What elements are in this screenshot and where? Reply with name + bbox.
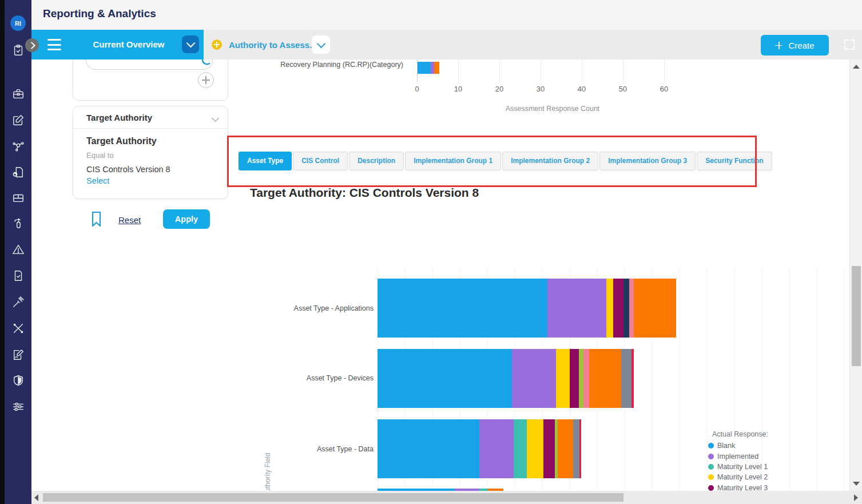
- bar-segment-blank[interactable]: [378, 419, 479, 478]
- chevron-right-icon: [28, 42, 35, 49]
- bar-segment-maturity-level-2[interactable]: [606, 279, 613, 338]
- scroll-right-arrow[interactable]: [854, 494, 858, 501]
- briefcase-icon[interactable]: [11, 87, 25, 100]
- bar-segment-blank[interactable]: [378, 279, 547, 338]
- tab-implementation-group-3[interactable]: Implementation Group 3: [599, 152, 696, 170]
- workspace-tab[interactable]: Authority to Assess...: [229, 40, 317, 50]
- bar-segment-maturity-level-3[interactable]: [570, 349, 579, 408]
- x-axis-label: Assessment Response Count: [418, 105, 687, 113]
- mini-chart-category-label: Recovery Planning (RC.RP)(Category): [232, 61, 403, 69]
- bar-segment-maturity-level-2[interactable]: [527, 419, 543, 478]
- horizontal-scrollbar-thumb[interactable]: [43, 493, 623, 502]
- gridline: [458, 59, 459, 82]
- edit-icon[interactable]: [11, 113, 25, 126]
- bar-segment-unlabeled-pink[interactable]: [583, 349, 589, 408]
- filter-card-title: Target Authority: [86, 113, 152, 122]
- storage-box-icon[interactable]: [11, 191, 25, 204]
- dashboard-dropdown-button[interactable]: [182, 35, 199, 53]
- bar-segment-unlabeled-navy[interactable]: [623, 279, 629, 338]
- legend-item[interactable]: Maturity Level 2: [708, 473, 768, 481]
- bar-segment-unlabeled-red[interactable]: [579, 419, 581, 478]
- bar-segment-unlabeled-orange[interactable]: [558, 419, 573, 478]
- tab-asset-type[interactable]: Asset Type: [239, 152, 292, 170]
- create-button-label: Create: [788, 41, 814, 50]
- filter-value: CIS Controls Version 8: [86, 165, 170, 174]
- scroll-up-arrow[interactable]: [853, 65, 860, 69]
- crossed-tools-icon[interactable]: [11, 322, 25, 335]
- select-link[interactable]: Select: [86, 176, 109, 185]
- legend-dot: [708, 443, 714, 449]
- bar-segment-implemented[interactable]: [547, 279, 606, 338]
- fire-extinguisher-icon[interactable]: [11, 217, 25, 230]
- reset-button[interactable]: Reset: [118, 215, 141, 225]
- bar-segment-unlabeled-gray[interactable]: [621, 349, 631, 408]
- dashboard-selector-label: Current Overview: [54, 39, 203, 49]
- vertical-scrollbar[interactable]: [849, 59, 862, 491]
- bar-segment-maturity-level-2[interactable]: [556, 349, 570, 408]
- x-tick: 40: [578, 85, 586, 93]
- bar-segment-blank[interactable]: [418, 62, 431, 74]
- document-edit-icon[interactable]: [11, 348, 25, 361]
- bar-segment-unlabeled-orange[interactable]: [634, 279, 676, 338]
- gridline: [789, 269, 790, 491]
- gridline: [680, 269, 680, 491]
- network-icon[interactable]: [11, 139, 25, 152]
- gridline: [817, 269, 817, 491]
- bar-segment-unlabeled-orange[interactable]: [434, 62, 439, 74]
- create-button[interactable]: Create: [761, 35, 829, 55]
- tab-security-function[interactable]: Security Function: [697, 152, 772, 170]
- legend-item[interactable]: Maturity Level 3: [708, 483, 768, 491]
- x-tick: 60: [660, 85, 668, 93]
- warning-triangle-icon[interactable]: [11, 243, 25, 256]
- document-sync-icon[interactable]: [11, 165, 25, 178]
- filter-field-label: Target Authority: [86, 136, 157, 146]
- apply-button[interactable]: Apply: [163, 209, 210, 229]
- tab-implementation-group-1[interactable]: Implementation Group 1: [405, 152, 501, 170]
- clipboard-check-icon[interactable]: [11, 43, 25, 57]
- legend-item[interactable]: Blank: [708, 441, 735, 450]
- tab-implementation-group-2[interactable]: Implementation Group 2: [502, 152, 598, 170]
- bar-segment-unlabeled-orange[interactable]: [589, 349, 621, 408]
- bar-segment-maturity-level-1[interactable]: [514, 419, 527, 478]
- bar-segment-unlabeled-gray[interactable]: [573, 419, 579, 478]
- dashboard-selector[interactable]: Current Overview: [31, 30, 204, 59]
- scroll-down-arrow[interactable]: [853, 482, 860, 486]
- horizontal-scrollbar[interactable]: [31, 491, 862, 504]
- vertical-scrollbar-thumb[interactable]: [852, 266, 861, 366]
- bar-segment-unlabeled-red[interactable]: [631, 349, 634, 408]
- tab-cis-control[interactable]: CIS Control: [293, 152, 348, 170]
- bar-segment-blank[interactable]: [378, 349, 512, 408]
- bar-segment-implemented[interactable]: [512, 349, 556, 408]
- filter-search-input[interactable]: [86, 59, 213, 70]
- add-tab-icon[interactable]: [212, 39, 222, 50]
- legend-item[interactable]: Implemented: [708, 452, 758, 461]
- sliders-icon[interactable]: [11, 400, 25, 413]
- collapse-chevron-icon[interactable]: [212, 114, 219, 122]
- legend-label: Maturity Level 1: [717, 463, 768, 471]
- bar-row: [378, 279, 676, 338]
- bar-segment-unlabeled-pink[interactable]: [629, 279, 634, 338]
- gridline: [499, 59, 500, 82]
- sidebar-expand-button[interactable]: [25, 38, 39, 52]
- bar-segment-unlabeled-green[interactable]: [579, 349, 583, 408]
- scroll-left-arrow[interactable]: [34, 494, 38, 501]
- gridline: [582, 59, 582, 82]
- fullscreen-icon[interactable]: [844, 39, 855, 50]
- mini-chart-bar[interactable]: [418, 62, 439, 74]
- gavel-icon[interactable]: [11, 295, 25, 308]
- avatar[interactable]: RI: [10, 15, 26, 31]
- section-heading: Target Authority: CIS Controls Version 8: [250, 186, 479, 200]
- workspace-tab-dropdown-button[interactable]: [312, 35, 330, 54]
- add-filter-button[interactable]: [198, 72, 214, 88]
- plus-icon: [775, 42, 782, 49]
- shield-icon[interactable]: [11, 374, 25, 387]
- bookmark-icon[interactable]: [91, 211, 102, 227]
- bar-segment-implemented[interactable]: [479, 419, 514, 478]
- bar-row: [378, 419, 581, 478]
- bar-segment-maturity-level-3[interactable]: [543, 419, 555, 478]
- legend-item[interactable]: Maturity Level 1: [708, 462, 768, 471]
- document-check-icon[interactable]: [11, 269, 25, 282]
- dashboard-content: Target Authority Target Authority Equal …: [31, 59, 849, 491]
- bar-segment-maturity-level-3[interactable]: [613, 279, 623, 338]
- tab-description[interactable]: Description: [349, 152, 404, 170]
